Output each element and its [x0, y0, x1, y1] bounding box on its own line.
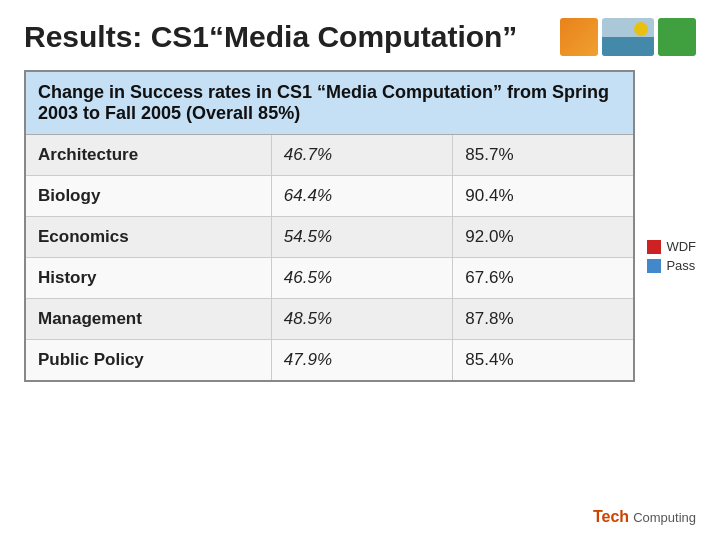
table-header-row: Change in Success rates in CS1 “Media Co… [25, 71, 634, 135]
footer-logo: Tech Computing [593, 508, 696, 526]
row-label: Economics [25, 217, 271, 258]
row-pass: 87.8% [453, 299, 635, 340]
legend-pass: Pass [647, 258, 696, 273]
table-row: History46.5%67.6% [25, 258, 634, 299]
footer-computing-text: Computing [633, 510, 696, 525]
row-pass: 92.0% [453, 217, 635, 258]
table-wrapper: Change in Success rates in CS1 “Media Co… [24, 70, 635, 382]
table-row: Management48.5%87.8% [25, 299, 634, 340]
row-label: Management [25, 299, 271, 340]
page-container: Results: CS1“Media Computation” Change i… [0, 0, 720, 540]
content-area: Change in Success rates in CS1 “Media Co… [24, 70, 696, 382]
row-pass: 67.6% [453, 258, 635, 299]
icon-photo [602, 18, 654, 56]
row-wdf: 54.5% [271, 217, 453, 258]
table-row: Biology64.4%90.4% [25, 176, 634, 217]
row-pass: 90.4% [453, 176, 635, 217]
row-label: Architecture [25, 135, 271, 176]
legend-pass-box [647, 259, 661, 273]
page-title: Results: CS1“Media Computation” [24, 20, 517, 54]
row-pass: 85.7% [453, 135, 635, 176]
row-label: Biology [25, 176, 271, 217]
table-row: Public Policy47.9%85.4% [25, 340, 634, 382]
legend-pass-label: Pass [666, 258, 695, 273]
legend-wdf-box [647, 240, 661, 254]
row-label: Public Policy [25, 340, 271, 382]
table-row: Economics54.5%92.0% [25, 217, 634, 258]
row-pass: 85.4% [453, 340, 635, 382]
icon-orange [560, 18, 598, 56]
header-icons [560, 18, 696, 56]
legend-area: WDF Pass [647, 70, 696, 382]
row-wdf: 48.5% [271, 299, 453, 340]
table-header-text: Change in Success rates in CS1 “Media Co… [25, 71, 634, 135]
legend-wdf-label: WDF [666, 239, 696, 254]
footer-tech-text: Tech [593, 508, 629, 526]
table-row: Architecture46.7%85.7% [25, 135, 634, 176]
icon-green [658, 18, 696, 56]
row-wdf: 46.7% [271, 135, 453, 176]
results-table: Change in Success rates in CS1 “Media Co… [24, 70, 635, 382]
header-area: Results: CS1“Media Computation” [24, 18, 696, 56]
legend-wdf: WDF [647, 239, 696, 254]
row-label: History [25, 258, 271, 299]
row-wdf: 47.9% [271, 340, 453, 382]
row-wdf: 46.5% [271, 258, 453, 299]
row-wdf: 64.4% [271, 176, 453, 217]
